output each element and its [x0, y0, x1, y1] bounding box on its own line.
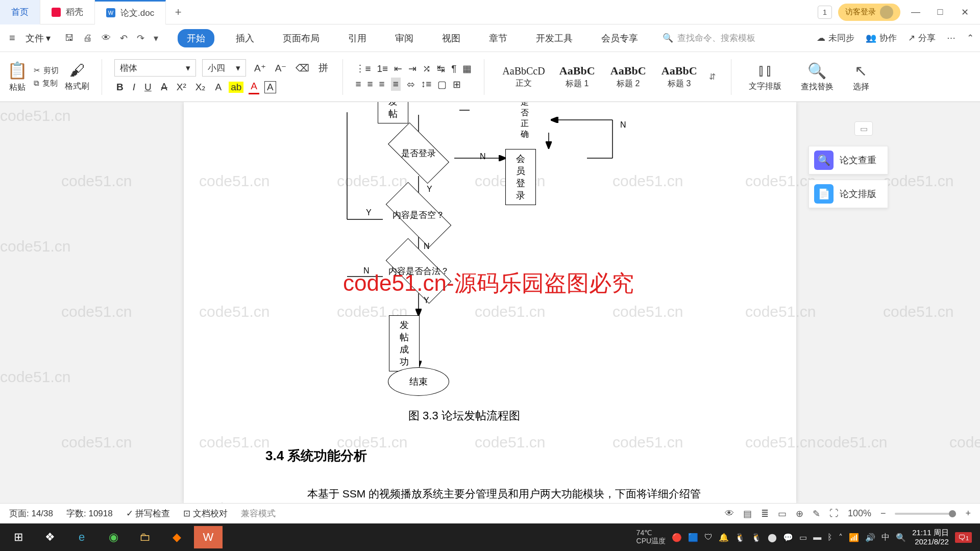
zoom-in-button[interactable]: + — [965, 508, 971, 519]
command-search[interactable]: 🔍 查找命令、搜索模板 — [663, 32, 755, 44]
fit-icon[interactable]: ⛶ — [829, 508, 839, 519]
style-body[interactable]: AaBbCcD正文 — [497, 63, 550, 91]
phonetic-icon[interactable]: 拼 — [316, 60, 330, 76]
tray-icon-8[interactable]: 💬 — [783, 533, 793, 542]
tray-icon-5[interactable]: 🐧 — [735, 533, 745, 542]
tray-icon-7[interactable]: ⬤ — [768, 533, 777, 542]
menu-tab-insert[interactable]: 插入 — [229, 29, 261, 47]
decrease-font-icon[interactable]: A⁻ — [273, 61, 289, 75]
side-panel-toggle[interactable]: ▭ — [854, 121, 873, 136]
subscript-button[interactable]: X₂ — [193, 80, 208, 94]
clear-format-icon[interactable]: ⌫ — [293, 61, 311, 75]
highlight-button[interactable]: ab — [229, 82, 243, 93]
menu-tab-view[interactable]: 视图 — [435, 29, 468, 47]
tray-icon-6[interactable]: 🐧 — [751, 533, 762, 542]
tab-document[interactable]: W 论文.doc — [95, 0, 166, 24]
strikethrough-button[interactable]: A̶ — [159, 80, 169, 94]
view-outline-icon[interactable]: ≣ — [761, 508, 769, 519]
tray-search-icon[interactable]: 🔍 — [896, 533, 906, 542]
word-count[interactable]: 字数: 10918 — [66, 508, 113, 519]
reading-layout-icon[interactable]: ▦ — [462, 63, 472, 74]
style-h3[interactable]: AaBbC标题 3 — [655, 62, 704, 92]
style-h2[interactable]: AaBbC标题 2 — [604, 62, 653, 92]
text-effects-button[interactable]: A — [213, 81, 224, 94]
styles-gallery[interactable]: AaBbCcD正文 AaBbC标题 1 AaBbC标题 2 AaBbC标题 3 … — [497, 62, 718, 92]
zoom-level[interactable]: 100% — [848, 508, 871, 519]
eye-icon[interactable]: 👁 — [725, 508, 734, 519]
ribbon-collapse-icon[interactable]: ⌃ — [967, 33, 974, 43]
wifi-icon[interactable]: 📶 — [849, 533, 859, 542]
tray-icon-9[interactable]: ▭ — [799, 533, 807, 542]
tab-docer[interactable]: 稻壳 — [40, 0, 95, 24]
menu-tab-devtools[interactable]: 开发工具 — [529, 29, 580, 47]
side-thesis-layout[interactable]: 📄 论文排版 — [808, 180, 888, 208]
menu-tab-pagelayout[interactable]: 页面布局 — [276, 29, 327, 47]
share-button[interactable]: ↗分享 — [908, 32, 936, 44]
style-h1[interactable]: AaBbC标题 1 — [553, 62, 602, 92]
align-justify-icon[interactable]: ≡ — [391, 78, 401, 91]
taskbar-ie[interactable]: e — [67, 526, 96, 548]
zoom-out-button[interactable]: − — [880, 508, 886, 519]
view-web-icon[interactable]: ⊕ — [796, 508, 803, 519]
font-color-button[interactable]: A — [249, 80, 259, 94]
italic-button[interactable]: I — [131, 81, 137, 94]
numbering-icon[interactable]: 1≡ — [377, 63, 388, 74]
menu-tab-chapter[interactable]: 章节 — [482, 29, 514, 47]
hamburger-icon[interactable]: ≡ — [6, 32, 18, 44]
decrease-indent-icon[interactable]: ⇤ — [394, 63, 402, 74]
tray-icon-3[interactable]: 🛡 — [704, 533, 713, 542]
paste-button[interactable]: 📋 粘贴 — [7, 61, 28, 93]
taskbar-app-2[interactable]: ◆ — [162, 526, 191, 548]
styles-more-icon[interactable]: ⇵ — [706, 72, 719, 82]
menu-tab-references[interactable]: 引用 — [341, 29, 374, 47]
tray-icon-10[interactable]: ▬ — [813, 533, 821, 542]
page-indicator[interactable]: 页面: 14/38 — [9, 508, 53, 519]
side-thesis-check[interactable]: 🔍 论文查重 — [808, 146, 888, 174]
text-layout-button[interactable]: ⫿⫿文字排版 — [744, 62, 787, 92]
sort-icon[interactable]: ⤮ — [423, 63, 431, 74]
document-workspace[interactable]: code51.cn code51.cn code51.cn code51.cn … — [0, 102, 980, 503]
menu-tab-review[interactable]: 审阅 — [388, 29, 421, 47]
cut-button[interactable]: ✂剪切 — [34, 66, 59, 76]
comment-icon[interactable]: ✎ — [813, 508, 820, 519]
menu-more-icon[interactable]: ⋯ — [947, 33, 955, 43]
tab-count-badge[interactable]: 1 — [818, 6, 832, 19]
ime-indicator[interactable]: 中 — [881, 532, 890, 543]
shading-icon[interactable]: ▢ — [437, 79, 447, 90]
zoom-slider[interactable] — [895, 513, 956, 515]
align-center-icon[interactable]: ≡ — [367, 79, 373, 90]
taskbar-wps[interactable]: W — [194, 526, 223, 548]
bold-button[interactable]: B — [114, 81, 126, 94]
superscript-button[interactable]: X² — [175, 81, 188, 94]
print-preview-icon[interactable]: 👁 — [102, 33, 111, 43]
taskbar-explorer[interactable]: 🗀 — [131, 526, 159, 548]
menu-tab-start[interactable]: 开始 — [178, 29, 214, 47]
view-read-icon[interactable]: ▭ — [778, 508, 787, 519]
doc-proof-toggle[interactable]: ⊡ 文档校对 — [183, 508, 228, 519]
tab-home[interactable]: 首页 — [0, 0, 40, 24]
notification-center[interactable]: 🗨1 — [955, 532, 972, 543]
tray-icon-1[interactable]: 🔴 — [672, 533, 682, 542]
undo-icon[interactable]: ↶ — [120, 33, 128, 44]
tray-icon-2[interactable]: 🟦 — [688, 533, 698, 542]
align-right-icon[interactable]: ≡ — [379, 79, 385, 90]
new-tab-button[interactable]: + — [166, 0, 190, 24]
redo-icon[interactable]: ↷ — [137, 33, 144, 44]
bullets-icon[interactable]: ⋮≡ — [355, 63, 371, 74]
tray-icon-4[interactable]: 🔔 — [719, 533, 729, 542]
window-minimize-button[interactable]: — — [906, 3, 925, 21]
menu-tab-vip[interactable]: 会员专享 — [594, 29, 645, 47]
window-maximize-button[interactable]: □ — [931, 3, 949, 21]
format-painter-button[interactable]: 🖌 格式刷 — [65, 62, 89, 92]
save-icon[interactable]: 🖫 — [65, 33, 74, 43]
window-close-button[interactable]: ✕ — [955, 3, 974, 21]
start-button[interactable]: ⊞ — [4, 526, 33, 548]
align-left-icon[interactable]: ≡ — [355, 79, 361, 90]
increase-font-icon[interactable]: A⁺ — [252, 61, 268, 75]
volume-icon[interactable]: 🔊 — [865, 533, 875, 542]
qat-more-icon[interactable]: ▾ — [154, 33, 158, 44]
spellcheck-toggle[interactable]: ✓ 拼写检查 — [126, 508, 170, 519]
guest-login-button[interactable]: 访客登录 — [838, 4, 900, 21]
increase-indent-icon[interactable]: ⇥ — [408, 63, 416, 74]
font-size-select[interactable]: 小四▾ — [202, 59, 246, 77]
